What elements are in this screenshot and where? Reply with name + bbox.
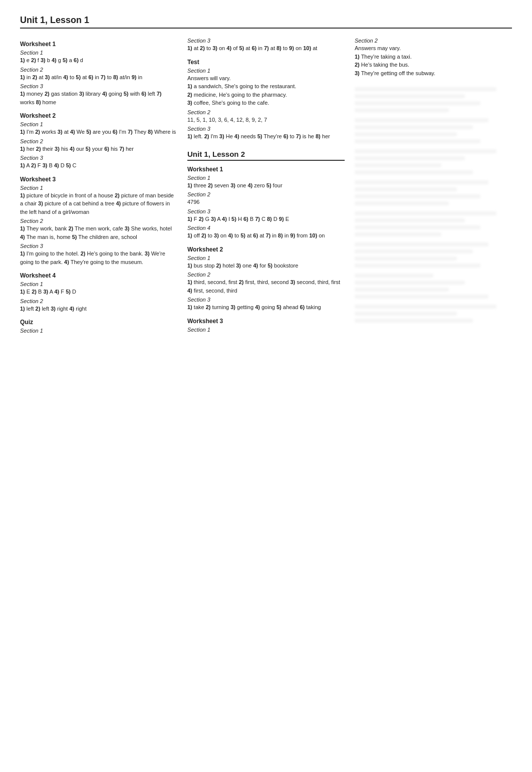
u2-ws3-sec1-label: Section 1 bbox=[187, 327, 345, 333]
quiz-sec1-label: Section 1 bbox=[20, 328, 177, 334]
u2-ws1-sec4-label: Section 4 bbox=[187, 225, 345, 231]
ws2-sec2-label: Section 2 bbox=[20, 138, 177, 144]
ws1-sec1-label: Section 1 bbox=[20, 50, 177, 56]
worksheet1-heading: Worksheet 1 bbox=[20, 41, 177, 48]
col2-sec3-content: 1) at 2) to 3) on 4) of 5) at 6) in 7) a… bbox=[187, 44, 345, 53]
u2-worksheet3-heading: Worksheet 3 bbox=[187, 318, 345, 325]
ws1-sec2-content: 1) in 2) at 3) at/in 4) to 5) at 6) in 7… bbox=[20, 73, 177, 82]
u2-ws2-sec2-label: Section 2 bbox=[187, 272, 345, 278]
col3-sec2-label: Section 2 bbox=[355, 38, 512, 44]
ws3-sec3-content: 1) I'm going to the hotel. 2) He's going… bbox=[20, 249, 177, 266]
ws3-sec1-label: Section 1 bbox=[20, 185, 177, 191]
ws2-sec3-content: 1) A 2) F 3) B 4) D 5) C bbox=[20, 161, 177, 170]
ws1-sec2-label: Section 2 bbox=[20, 67, 177, 73]
u2-ws2-sec1-label: Section 1 bbox=[187, 255, 345, 261]
page-title: Unit 1, Lesson 1 bbox=[20, 15, 512, 29]
ws2-sec2-content: 1) her 2) their 3) his 4) our 5) your 6)… bbox=[20, 145, 177, 153]
u2-ws1-sec3-label: Section 3 bbox=[187, 208, 345, 214]
worksheet3-heading: Worksheet 3 bbox=[20, 176, 177, 183]
ws3-sec2-label: Section 2 bbox=[20, 218, 177, 224]
ws2-sec3-label: Section 3 bbox=[20, 155, 177, 161]
u2-ws1-sec1-content: 1) three 2) seven 3) one 4) zero 5) four bbox=[187, 181, 345, 190]
u2-worksheet2-heading: Worksheet 2 bbox=[187, 246, 345, 253]
test-sec1-content: Answers will vary.1) a sandwich, She's g… bbox=[187, 74, 345, 107]
ws4-sec1-label: Section 1 bbox=[20, 281, 177, 287]
ws2-sec1-label: Section 1 bbox=[20, 121, 177, 127]
column-2: Section 3 1) at 2) to 3) on 4) of 5) at … bbox=[187, 36, 355, 334]
test-sec3-content: 1) left. 2) I'm 3) He 4) needs 5) They'r… bbox=[187, 132, 345, 141]
ws3-sec2-content: 1) They work, bank 2) The men work, cafe… bbox=[20, 224, 177, 241]
u2-ws2-sec3-content: 1) take 2) turning 3) getting 4) going 5… bbox=[187, 303, 345, 312]
test-heading: Test bbox=[187, 59, 345, 66]
test-sec1-label: Section 1 bbox=[187, 68, 345, 74]
ws3-sec1-content: 1) picture of bicycle in front of a hous… bbox=[20, 191, 177, 216]
ws1-sec1-content: 1) e 2) f 3) b 4) g 5) a 6) d bbox=[20, 56, 177, 65]
ws3-sec3-label: Section 3 bbox=[20, 243, 177, 249]
u2-ws1-sec4-content: 1) off 2) to 3) on 4) to 5) at 6) at 7) … bbox=[187, 231, 345, 240]
ws4-sec1-content: 1) E 2) B 3) A 4) F 5) D bbox=[20, 288, 177, 296]
blurred-content-area bbox=[355, 87, 512, 323]
u2-ws2-sec3-label: Section 3 bbox=[187, 297, 345, 303]
u2-ws2-sec1-content: 1) bus stop 2) hotel 3) one 4) for 5) bo… bbox=[187, 262, 345, 270]
column-1: Worksheet 1 Section 1 1) e 2) f 3) b 4) … bbox=[20, 36, 187, 334]
ws1-sec3-label: Section 3 bbox=[20, 83, 177, 89]
u2-worksheet1-heading: Worksheet 1 bbox=[187, 166, 345, 173]
u2-ws1-sec2-content: 4796 bbox=[187, 198, 345, 206]
test-sec2-content: 11, 5, 1, 10, 3, 6, 4, 12, 8, 9, 2, 7 bbox=[187, 116, 345, 124]
ws4-sec2-content: 1) left 2) left 3) right 4) right bbox=[20, 305, 177, 313]
u2-ws1-sec3-content: 1) F 2) G 3) A 4) I 5) H 6) B 7) C 8) D … bbox=[187, 215, 345, 223]
test-sec2-label: Section 2 bbox=[187, 109, 345, 115]
u2-ws1-sec1-label: Section 1 bbox=[187, 175, 345, 181]
u2-ws2-sec2-content: 1) third, second, first 2) first, third,… bbox=[187, 278, 345, 295]
unit2-title: Unit 1, Lesson 2 bbox=[187, 150, 345, 161]
worksheet4-heading: Worksheet 4 bbox=[20, 272, 177, 279]
ws4-sec2-label: Section 2 bbox=[20, 298, 177, 304]
ws2-sec1-content: 1) I'm 2) works 3) at 4) We 5) are you 6… bbox=[20, 128, 177, 136]
ws1-sec3-content: 1) money 2) gas station 3) library 4) go… bbox=[20, 90, 177, 106]
worksheet2-heading: Worksheet 2 bbox=[20, 112, 177, 119]
quiz-heading: Quiz bbox=[20, 319, 177, 326]
column-3: Section 2 Answers may vary.1) They're ta… bbox=[355, 36, 512, 334]
u2-ws1-sec2-label: Section 2 bbox=[187, 191, 345, 197]
col2-sec3-label: Section 3 bbox=[187, 38, 345, 44]
col3-sec2-content: Answers may vary.1) They're taking a tax… bbox=[355, 44, 512, 77]
test-sec3-label: Section 3 bbox=[187, 126, 345, 132]
